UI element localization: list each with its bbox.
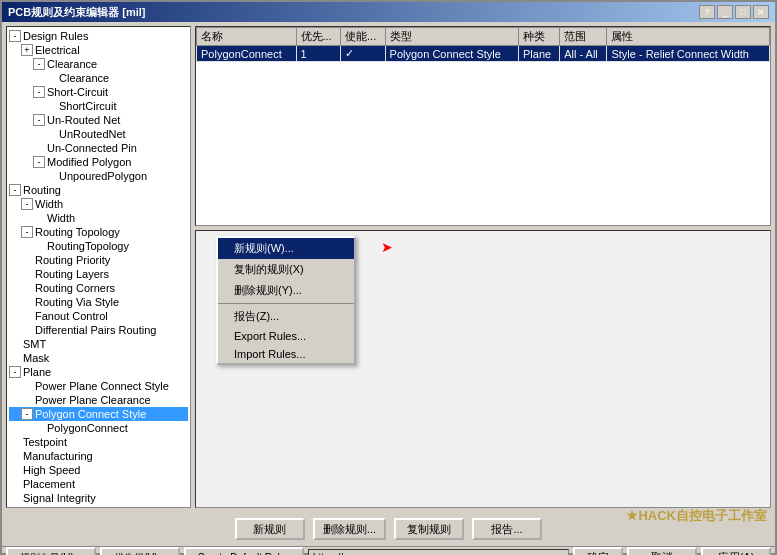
ok-button[interactable]: 确定 <box>573 547 623 556</box>
tree-item[interactable]: Clearance <box>9 71 188 85</box>
tree-item[interactable]: Testpoint <box>9 435 188 449</box>
tree-label: UnpouredPolygon <box>59 170 147 182</box>
report-button[interactable]: 报告... <box>472 518 542 540</box>
bottom-buttons: 新规则 删除规则... 复制规则 报告... <box>2 512 775 546</box>
table-header-cell: 优先... <box>296 28 341 46</box>
tree-item[interactable]: -Plane <box>9 365 188 379</box>
tree-item[interactable]: -Clearance <box>9 57 188 71</box>
tree-label: Clearance <box>47 58 97 70</box>
priority-button[interactable]: 优先权(V)... <box>100 547 180 556</box>
tree-item[interactable]: -Width <box>9 197 188 211</box>
tree-item[interactable]: RoutingTopology <box>9 239 188 253</box>
minimize-button[interactable]: _ <box>717 5 733 19</box>
tree-label: SMT <box>23 338 46 350</box>
expand-icon[interactable]: + <box>21 44 33 56</box>
tree-item[interactable]: -Un-Routed Net <box>9 113 188 127</box>
create-default-rules-button[interactable]: Create Default Rules <box>184 547 304 556</box>
context-menu-item[interactable]: 新规则(W)... <box>218 238 354 259</box>
tree-label: PolygonConnect <box>47 422 128 434</box>
tree-item[interactable]: -Modified Polygon <box>9 155 188 169</box>
tree-label: Un-Connected Pin <box>47 142 137 154</box>
tree-item[interactable]: Fanout Control <box>9 309 188 323</box>
help-button[interactable]: ? <box>699 5 715 19</box>
rules-tree[interactable]: -Design Rules+Electrical-ClearanceCleara… <box>6 26 191 508</box>
tree-label: Placement <box>23 478 75 490</box>
right-panel: 名称优先...使能...类型种类范围属性 PolygonConnect1✓Pol… <box>195 26 771 508</box>
tree-item[interactable]: Manufacturing <box>9 449 188 463</box>
expand-icon[interactable]: - <box>21 408 33 420</box>
rule-wizard-button[interactable]: 规则向导(U)... <box>6 547 96 556</box>
tree-label: Clearance <box>59 72 109 84</box>
tree-item[interactable]: -Design Rules <box>9 29 188 43</box>
tree-label: RoutingTopology <box>47 240 129 252</box>
context-menu-item[interactable]: Export Rules... <box>218 327 354 345</box>
tree-item[interactable]: Mask <box>9 351 188 365</box>
context-menu-item[interactable]: 报告(Z)... <box>218 306 354 327</box>
table-header-cell: 使能... <box>341 28 386 46</box>
expand-icon[interactable]: - <box>21 226 33 238</box>
tree-item[interactable]: Un-Connected Pin <box>9 141 188 155</box>
close-button[interactable]: ✕ <box>753 5 769 19</box>
tree-item[interactable]: -Routing Topology <box>9 225 188 239</box>
tree-item[interactable]: UnRoutedNet <box>9 127 188 141</box>
table-cell: 1 <box>296 46 341 62</box>
expand-icon[interactable]: - <box>21 198 33 210</box>
context-menu-item[interactable]: 删除规则(Y)... <box>218 280 354 301</box>
tree-item[interactable]: +Electrical <box>9 43 188 57</box>
tree-item[interactable]: Power Plane Connect Style <box>9 379 188 393</box>
new-rule-button[interactable]: 新规则 <box>235 518 305 540</box>
content-area: -Design Rules+Electrical-ClearanceCleara… <box>2 22 775 546</box>
tree-item[interactable]: -Polygon Connect Style <box>9 407 188 421</box>
table-cell: Style - Relief Connect Width <box>607 46 770 62</box>
tree-label: Routing Layers <box>35 268 109 280</box>
tree-item[interactable]: -Routing <box>9 183 188 197</box>
tree-label: Width <box>47 212 75 224</box>
delete-rule-button[interactable]: 删除规则... <box>313 518 386 540</box>
maximize-button[interactable]: □ <box>735 5 751 19</box>
context-menu-item[interactable]: Import Rules... <box>218 345 354 363</box>
tree-item[interactable]: Placement <box>9 477 188 491</box>
tree-label: Electrical <box>35 44 80 56</box>
apply-button[interactable]: 应用(A) <box>701 547 771 556</box>
table-cell: ✓ <box>341 46 386 62</box>
table-row[interactable]: PolygonConnect1✓Polygon Connect StylePla… <box>197 46 770 62</box>
rules-table[interactable]: 名称优先...使能...类型种类范围属性 PolygonConnect1✓Pol… <box>195 26 771 226</box>
tree-item[interactable]: PolygonConnect <box>9 421 188 435</box>
tree-item[interactable]: SMT <box>9 337 188 351</box>
tree-label: Un-Routed Net <box>47 114 120 126</box>
tree-item[interactable]: Routing Corners <box>9 281 188 295</box>
context-menu-item[interactable]: 复制的规则(X) <box>218 259 354 280</box>
copy-rule-button[interactable]: 复制规则 <box>394 518 464 540</box>
tree-item[interactable]: Differential Pairs Routing <box>9 323 188 337</box>
expand-icon[interactable]: - <box>33 156 45 168</box>
tree-label: Polygon Connect Style <box>35 408 146 420</box>
expand-icon[interactable]: - <box>9 184 21 196</box>
tree-item[interactable]: Width <box>9 211 188 225</box>
tree-item[interactable]: High Speed <box>9 463 188 477</box>
tree-label: Manufacturing <box>23 450 93 462</box>
cancel-button[interactable]: 取消 <box>627 547 697 556</box>
table-cell: All - All <box>560 46 607 62</box>
tree-label: Width <box>35 198 63 210</box>
expand-icon[interactable]: - <box>33 58 45 70</box>
tree-item[interactable]: -Short-Circuit <box>9 85 188 99</box>
expand-icon[interactable]: - <box>9 366 21 378</box>
tree-label: Design Rules <box>23 30 88 42</box>
tree-label: Mask <box>23 352 49 364</box>
tree-label: Testpoint <box>23 436 67 448</box>
tree-label: UnRoutedNet <box>59 128 126 140</box>
tree-item[interactable]: Power Plane Clearance <box>9 393 188 407</box>
tree-item[interactable]: UnpouredPolygon <box>9 169 188 183</box>
tree-item[interactable]: ShortCircuit <box>9 99 188 113</box>
context-menu: 新规则(W)...复制的规则(X)删除规则(Y)...报告(Z)...Expor… <box>216 236 356 365</box>
tree-label: Fanout Control <box>35 310 108 322</box>
expand-icon[interactable]: - <box>33 86 45 98</box>
tree-item[interactable]: Routing Via Style <box>9 295 188 309</box>
table-cell: PolygonConnect <box>197 46 297 62</box>
expand-icon[interactable]: - <box>9 30 21 42</box>
table-header-cell: 属性 <box>607 28 770 46</box>
tree-item[interactable]: Routing Layers <box>9 267 188 281</box>
tree-item[interactable]: Routing Priority <box>9 253 188 267</box>
expand-icon[interactable]: - <box>33 114 45 126</box>
tree-item[interactable]: Signal Integrity <box>9 491 188 505</box>
